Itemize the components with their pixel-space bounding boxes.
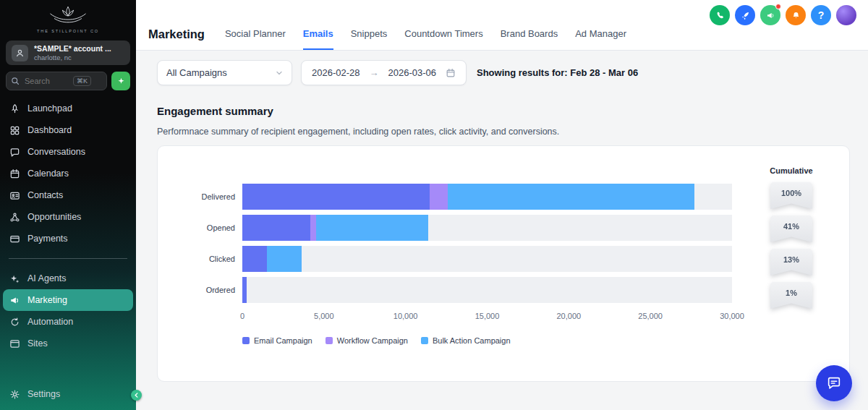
chat-fab-button[interactable]: [816, 365, 852, 401]
rocket-icon: [741, 11, 750, 20]
bar-segment[interactable]: [242, 277, 247, 303]
category-label: Opened: [175, 223, 242, 232]
bar-segment[interactable]: [316, 215, 429, 241]
page-title: Marketing: [148, 27, 205, 50]
account-switcher[interactable]: *SAMPLE* account ... charlotte, nc: [6, 40, 130, 65]
chat-bubble-icon: [9, 147, 20, 158]
bar-segment[interactable]: [310, 215, 316, 241]
alerts-button[interactable]: [786, 5, 806, 25]
category-label: Clicked: [175, 255, 242, 263]
tab-ad-manager[interactable]: Ad Manager: [575, 28, 626, 50]
legend-item[interactable]: Bulk Action Campaign: [421, 336, 511, 345]
sidebar-item-label: Dashboard: [27, 125, 72, 135]
legend-label: Bulk Action Campaign: [433, 336, 511, 345]
x-tick-label: 15,000: [475, 312, 500, 320]
sidebar-item-label: Settings: [27, 389, 60, 399]
help-button[interactable]: ?: [811, 5, 831, 25]
search-shortcut-badge: ⌘K: [73, 76, 91, 86]
sidebar-item-dashboard[interactable]: Dashboard: [0, 119, 136, 141]
sidebar-item-label: Contacts: [27, 190, 63, 200]
tab-snippets[interactable]: Snippets: [351, 28, 388, 50]
phone-button[interactable]: [710, 5, 730, 25]
bar-segment[interactable]: [267, 246, 302, 272]
main-content: ? Marketing Social Planner Emails Snippe…: [136, 0, 868, 410]
rocket-icon: [9, 103, 20, 114]
legend-label: Email Campaign: [254, 336, 312, 345]
cumulative-title: Cumulative: [751, 166, 832, 175]
tab-countdown-timers[interactable]: Countdown Timers: [404, 28, 482, 50]
cumulative-column: Cumulative 100%41%13%1%: [751, 166, 832, 315]
sidebar-item-calendars[interactable]: Calendars: [0, 163, 136, 184]
campaign-select[interactable]: All Campaigns: [157, 60, 292, 85]
sidebar-item-label: Launchpad: [27, 103, 72, 114]
sidebar-item-automation[interactable]: Automation: [0, 311, 136, 333]
sidebar-item-label: Opportunities: [27, 212, 81, 222]
cumulative-badge-wrap: 41%: [770, 215, 812, 242]
cumulative-badges: 100%41%13%1%: [751, 182, 832, 309]
tab-bar: Social Planner Emails Snippets Countdown…: [225, 28, 626, 50]
chart-area: DeliveredOpenedClickedOrdered 05,00010,0…: [175, 166, 732, 345]
settings-wrap: Settings: [0, 383, 136, 405]
sidebar-item-conversations[interactable]: Conversations: [0, 141, 136, 163]
credit-card-icon: [9, 234, 20, 244]
user-avatar[interactable]: [836, 5, 856, 25]
tab-emails[interactable]: Emails: [303, 28, 333, 50]
tab-social-planner[interactable]: Social Planner: [225, 28, 286, 50]
sidebar-item-payments[interactable]: Payments: [0, 228, 136, 249]
chevron-down-icon: [276, 69, 283, 77]
network-icon: [9, 212, 20, 223]
tab-brand-boards[interactable]: Brand Boards: [501, 28, 558, 50]
search-input[interactable]: [23, 76, 69, 86]
legend-label: Workflow Campaign: [337, 336, 408, 345]
bar-segment[interactable]: [448, 184, 694, 210]
engagement-chart-card: DeliveredOpenedClickedOrdered 05,00010,0…: [157, 145, 850, 382]
sidebar-item-ai-agents[interactable]: AI Agents: [0, 268, 136, 289]
bar-track: [242, 246, 732, 272]
date-end: 2026-03-06: [388, 67, 437, 78]
category-label: Delivered: [175, 192, 242, 201]
legend-item[interactable]: Workflow Campaign: [326, 336, 408, 345]
account-texts: *SAMPLE* account ... charlotte, nc: [34, 44, 124, 61]
legend-item[interactable]: Email Campaign: [242, 336, 312, 345]
sidebar-item-contacts[interactable]: Contacts: [0, 184, 136, 206]
cumulative-badge-wrap: 100%: [770, 182, 812, 209]
sidebar-item-launchpad[interactable]: Launchpad: [0, 98, 136, 119]
x-tick-label: 10,000: [393, 312, 418, 320]
sidebar-item-label: Conversations: [27, 147, 85, 157]
bar-track: [242, 215, 732, 241]
chart-legend: Email CampaignWorkflow CampaignBulk Acti…: [242, 336, 732, 345]
bar-segment[interactable]: [430, 184, 448, 210]
sidebar-collapse-button[interactable]: [131, 390, 142, 401]
rocket-button[interactable]: [735, 5, 755, 25]
bar-segment[interactable]: [242, 246, 267, 272]
grid-icon: [9, 125, 20, 136]
chart-row: Ordered: [175, 277, 732, 303]
cumulative-badge: 13%: [770, 249, 812, 276]
sidebar-item-label: Sites: [27, 338, 48, 349]
sidebar-item-settings[interactable]: Settings: [0, 383, 136, 405]
ai-sparkle-icon: [9, 273, 20, 284]
bar-segment[interactable]: [242, 184, 430, 210]
date-start: 2026-02-28: [312, 67, 360, 78]
top-header: ? Marketing Social Planner Emails Snippe…: [136, 0, 868, 51]
gear-icon: [9, 389, 20, 400]
chart-row: Delivered: [175, 184, 732, 210]
date-range-picker[interactable]: 2026-02-28 → 2026-03-06: [301, 60, 467, 85]
account-avatar-icon: [12, 45, 28, 61]
sidebar-item-opportunities[interactable]: Opportunities: [0, 206, 136, 228]
question-mark-icon: ?: [818, 9, 825, 21]
chart-row: Clicked: [175, 246, 732, 272]
bar-segment[interactable]: [242, 215, 310, 241]
calendar-icon: [446, 68, 456, 78]
sidebar-item-marketing[interactable]: Marketing: [3, 289, 133, 311]
sidebar-item-label: Calendars: [27, 168, 69, 179]
quick-action-button[interactable]: [111, 72, 130, 90]
sidebar-item-sites[interactable]: Sites: [0, 333, 136, 354]
chevron-left-icon: [134, 393, 139, 398]
search-box[interactable]: ⌘K: [6, 72, 107, 90]
bar-track: [242, 184, 732, 210]
automation-icon: [9, 317, 20, 328]
legend-swatch-icon: [242, 337, 250, 344]
announcements-button[interactable]: [760, 5, 780, 25]
sparkle-icon: [116, 77, 126, 86]
